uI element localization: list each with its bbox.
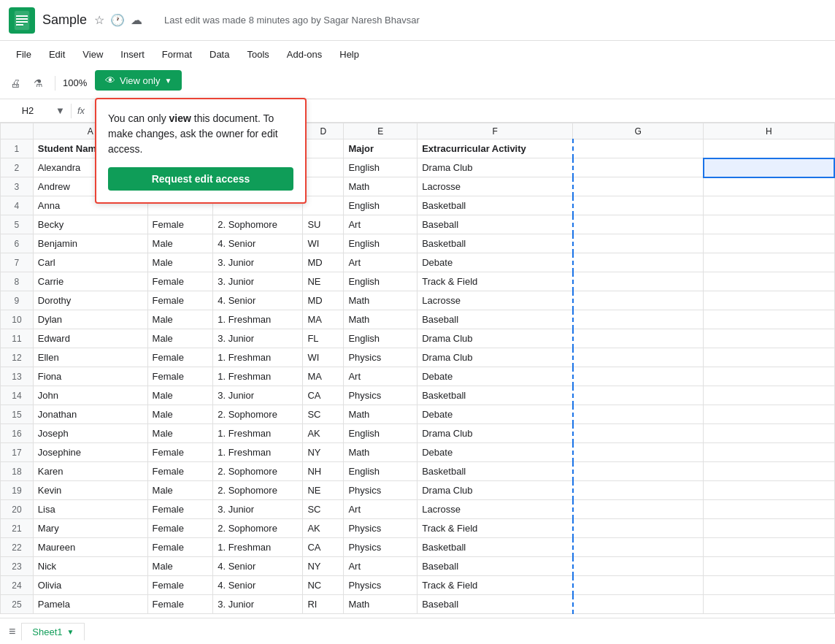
sheets-menu-icon[interactable]: ≡ [9,625,15,638]
cell-19-F[interactable]: Drama Club [418,481,573,500]
cell-14-F[interactable]: Basketball [418,386,573,405]
cell-6-F[interactable]: Basketball [418,234,573,253]
cell-23-C[interactable]: 4. Senior [213,557,303,576]
cell-13-H[interactable] [704,367,834,386]
cell-22-D[interactable]: CA [303,538,344,557]
cell-17-C[interactable]: 1. Freshman [213,443,303,462]
cell-8-C[interactable]: 3. Junior [213,272,303,291]
sheet-tab-sheet1[interactable]: Sheet1 ▼ [21,623,85,640]
cell-20-B[interactable]: Female [147,500,213,519]
menu-format[interactable]: Format [155,46,199,63]
cell-6-A[interactable]: Benjamin [33,234,147,253]
table-row[interactable]: 24OliviaFemale4. SeniorNCPhysicsTrack & … [1,576,835,595]
cell-11-D[interactable]: FL [303,329,344,348]
cell-25-C[interactable]: 3. Junior [213,595,303,614]
cell-24-B[interactable]: Female [147,576,213,595]
table-row[interactable]: 23NickMale4. SeniorNYArtBaseball [1,557,835,576]
cell-2-E[interactable]: English [344,158,418,177]
cell-5-A[interactable]: Becky [33,215,147,234]
menu-insert[interactable]: Insert [113,46,152,63]
cell-21-E[interactable]: Physics [344,519,418,538]
cell-18-B[interactable]: Female [147,462,213,481]
cell-12-E[interactable]: Physics [344,348,418,367]
cell-23-A[interactable]: Nick [33,557,147,576]
cell-10-C[interactable]: 1. Freshman [213,310,303,329]
cell-14-B[interactable]: Male [147,386,213,405]
cell-14-E[interactable]: Physics [344,386,418,405]
table-row[interactable]: 15JonathanMale2. SophomoreSCMathDebate [1,405,835,424]
cell-18-E[interactable]: English [344,462,418,481]
cell-13-C[interactable]: 1. Freshman [213,367,303,386]
cell-23-B[interactable]: Male [147,557,213,576]
cell-4-D[interactable] [303,196,344,215]
cell-12-B[interactable]: Female [147,348,213,367]
cell-22-A[interactable]: Maureen [33,538,147,557]
cell-10-G[interactable] [573,310,704,329]
cell-25-H[interactable] [704,595,834,614]
table-row[interactable]: 10DylanMale1. FreshmanMAMathBaseball [1,310,835,329]
cell-1-F[interactable]: Extracurricular Activity [418,139,573,158]
cell-14-G[interactable] [573,386,704,405]
table-row[interactable]: 18KarenFemale2. SophomoreNHEnglishBasket… [1,462,835,481]
cell-2-H[interactable] [704,158,834,177]
cell-15-B[interactable]: Male [147,405,213,424]
cell-1-E[interactable]: Major [344,139,418,158]
table-row[interactable]: 9DorothyFemale4. SeniorMDMathLacrosse [1,291,835,310]
cell-22-F[interactable]: Basketball [418,538,573,557]
cell-9-A[interactable]: Dorothy [33,291,147,310]
cell-15-F[interactable]: Debate [418,405,573,424]
cell-12-H[interactable] [704,348,834,367]
cell-24-C[interactable]: 4. Senior [213,576,303,595]
cell-17-H[interactable] [704,443,834,462]
cell-17-F[interactable]: Debate [418,443,573,462]
print-button[interactable]: 🖨 [6,74,25,92]
cell-24-F[interactable]: Track & Field [418,576,573,595]
cell-11-A[interactable]: Edward [33,329,147,348]
cell-3-G[interactable] [573,177,704,196]
cell-16-A[interactable]: Joseph [33,424,147,443]
menu-view[interactable]: View [75,46,110,63]
cell-19-G[interactable] [573,481,704,500]
cell-23-D[interactable]: NY [303,557,344,576]
menu-file[interactable]: File [9,46,39,63]
cell-3-D[interactable] [303,177,344,196]
cell-13-G[interactable] [573,367,704,386]
cell-16-B[interactable]: Male [147,424,213,443]
cell-7-A[interactable]: Carl [33,253,147,272]
cell-24-H[interactable] [704,576,834,595]
history-icon[interactable]: 🕐 [110,13,125,27]
cell-18-F[interactable]: Basketball [418,462,573,481]
cell-5-H[interactable] [704,215,834,234]
col-header-G[interactable]: G [573,123,704,139]
cell-23-H[interactable] [704,557,834,576]
cell-7-G[interactable] [573,253,704,272]
cell-14-C[interactable]: 3. Junior [213,386,303,405]
cell-22-B[interactable]: Female [147,538,213,557]
table-row[interactable]: 6BenjaminMale4. SeniorWIEnglishBasketbal… [1,234,835,253]
cell-16-D[interactable]: AK [303,424,344,443]
cell-13-B[interactable]: Female [147,367,213,386]
cell-12-G[interactable] [573,348,704,367]
cell-15-E[interactable]: Math [344,405,418,424]
cell-25-G[interactable] [573,595,704,614]
table-row[interactable]: 25PamelaFemale3. JuniorRIMathBaseball [1,595,835,614]
cell-14-H[interactable] [704,386,834,405]
request-edit-access-button[interactable]: Request edit access [108,167,293,191]
cell-10-E[interactable]: Math [344,310,418,329]
cell-17-A[interactable]: Josephine [33,443,147,462]
cell-9-D[interactable]: MD [303,291,344,310]
cell-1-G[interactable] [573,139,704,158]
cell-8-E[interactable]: English [344,272,418,291]
cell-6-H[interactable] [704,234,834,253]
cell-15-H[interactable] [704,405,834,424]
cell-19-C[interactable]: 2. Sophomore [213,481,303,500]
cell-5-C[interactable]: 2. Sophomore [213,215,303,234]
cell-24-E[interactable]: Physics [344,576,418,595]
cell-25-A[interactable]: Pamela [33,595,147,614]
cell-16-E[interactable]: English [344,424,418,443]
cell-11-F[interactable]: Drama Club [418,329,573,348]
cell-1-H[interactable] [704,139,834,158]
cell-25-E[interactable]: Math [344,595,418,614]
menu-help[interactable]: Help [332,46,366,63]
cell-17-G[interactable] [573,443,704,462]
